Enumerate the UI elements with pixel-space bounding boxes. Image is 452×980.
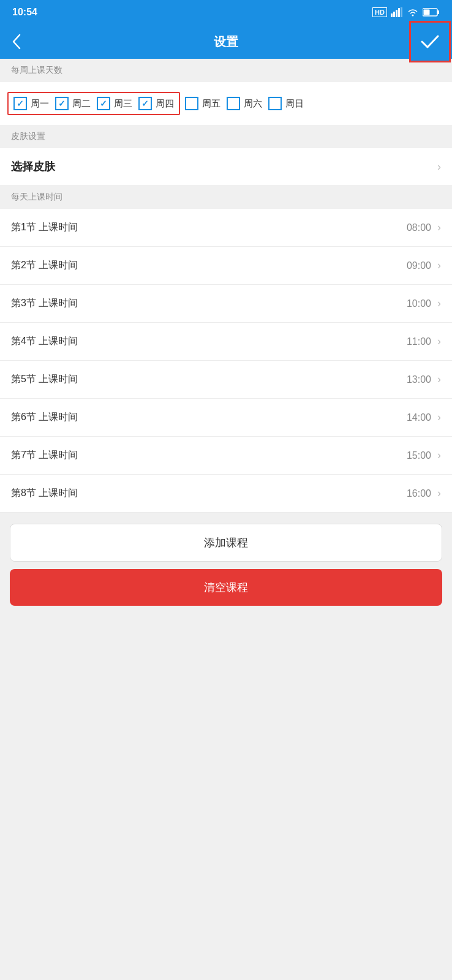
skin-section-header: 皮肤设置 bbox=[0, 125, 452, 148]
time-right-6: 14:00 › bbox=[407, 411, 441, 424]
selected-days-group: 周一 周二 周三 周四 bbox=[7, 92, 180, 115]
status-time: 10:54 bbox=[12, 7, 37, 18]
time-value-7: 15:00 bbox=[407, 450, 431, 461]
label-sunday: 周日 bbox=[285, 98, 304, 110]
status-bar: 10:54 HD bbox=[0, 0, 452, 24]
confirm-button[interactable] bbox=[409, 21, 451, 62]
time-label-2: 第2节 上课时间 bbox=[11, 259, 78, 272]
chevron-icon-6: › bbox=[437, 411, 441, 424]
svg-rect-1 bbox=[393, 12, 395, 17]
week-section-header: 每周上课天数 bbox=[0, 59, 452, 82]
checkbox-sunday[interactable] bbox=[268, 97, 282, 110]
time-right-4: 11:00 › bbox=[407, 335, 441, 348]
label-monday: 周一 bbox=[31, 98, 49, 110]
checkbox-friday[interactable] bbox=[185, 97, 198, 110]
time-value-6: 14:00 bbox=[407, 412, 431, 423]
time-label-3: 第3节 上课时间 bbox=[11, 297, 78, 310]
time-section-header: 每天上课时间 bbox=[0, 186, 452, 209]
time-label-7: 第7节 上课时间 bbox=[11, 449, 78, 462]
skin-chevron-icon: › bbox=[437, 160, 441, 173]
time-item-5[interactable]: 第5节 上课时间 13:00 › bbox=[0, 361, 452, 399]
svg-rect-0 bbox=[391, 13, 393, 17]
time-item-6[interactable]: 第6节 上课时间 14:00 › bbox=[0, 399, 452, 437]
back-button[interactable] bbox=[0, 24, 34, 59]
chevron-icon-2: › bbox=[437, 259, 441, 272]
time-label-5: 第5节 上课时间 bbox=[11, 373, 78, 386]
time-right-3: 10:00 › bbox=[407, 297, 441, 310]
checkbox-monday[interactable] bbox=[13, 97, 27, 110]
label-saturday: 周六 bbox=[244, 98, 262, 110]
chevron-icon-3: › bbox=[437, 297, 441, 310]
time-right-5: 13:00 › bbox=[407, 373, 441, 386]
time-label-6: 第6节 上课时间 bbox=[11, 411, 78, 424]
status-icons: HD bbox=[372, 7, 440, 17]
skin-label: 选择皮肤 bbox=[11, 159, 55, 174]
svg-rect-7 bbox=[437, 10, 439, 14]
checkbox-wednesday[interactable] bbox=[97, 97, 110, 110]
signal-icon bbox=[391, 7, 403, 17]
time-right-8: 16:00 › bbox=[407, 487, 441, 500]
label-wednesday: 周三 bbox=[114, 98, 132, 110]
time-value-1: 08:00 bbox=[407, 222, 431, 233]
chevron-icon-4: › bbox=[437, 335, 441, 348]
svg-rect-4 bbox=[401, 7, 402, 17]
chevron-icon-8: › bbox=[437, 487, 441, 500]
weekday-section: 周一 周二 周三 周四 周五 周六 周日 bbox=[0, 82, 452, 125]
time-value-3: 10:00 bbox=[407, 298, 431, 309]
label-thursday: 周四 bbox=[156, 98, 174, 110]
hd-icon: HD bbox=[372, 7, 387, 17]
chevron-icon-5: › bbox=[437, 373, 441, 386]
time-right-7: 15:00 › bbox=[407, 449, 441, 462]
time-value-5: 13:00 bbox=[407, 374, 431, 385]
time-label-1: 第1节 上课时间 bbox=[11, 221, 78, 234]
time-value-8: 16:00 bbox=[407, 488, 431, 499]
checkbox-saturday[interactable] bbox=[227, 97, 240, 110]
unselected-days-group: 周五 周六 周日 bbox=[185, 97, 304, 110]
wifi-icon bbox=[407, 7, 419, 17]
time-item-8[interactable]: 第8节 上课时间 16:00 › bbox=[0, 475, 452, 513]
svg-point-5 bbox=[412, 15, 414, 17]
add-course-button[interactable]: 添加课程 bbox=[10, 524, 442, 562]
clear-course-button[interactable]: 清空课程 bbox=[10, 569, 442, 606]
checkbox-tuesday[interactable] bbox=[55, 97, 69, 110]
time-item-3[interactable]: 第3节 上课时间 10:00 › bbox=[0, 285, 452, 323]
time-right-1: 08:00 › bbox=[407, 221, 441, 234]
skin-item-right: › bbox=[437, 160, 441, 173]
time-value-4: 11:00 bbox=[407, 336, 431, 347]
chevron-icon-1: › bbox=[437, 221, 441, 234]
time-label-4: 第4节 上课时间 bbox=[11, 335, 78, 348]
time-label-8: 第8节 上课时间 bbox=[11, 487, 78, 500]
label-friday: 周五 bbox=[202, 98, 220, 110]
time-item-2[interactable]: 第2节 上课时间 09:00 › bbox=[0, 247, 452, 285]
skin-select-item[interactable]: 选择皮肤 › bbox=[0, 148, 452, 186]
weekday-row: 周一 周二 周三 周四 周五 周六 周日 bbox=[7, 92, 445, 115]
time-value-2: 09:00 bbox=[407, 260, 431, 271]
time-item-7[interactable]: 第7节 上课时间 15:00 › bbox=[0, 437, 452, 475]
svg-rect-3 bbox=[398, 8, 400, 17]
checkbox-thursday[interactable] bbox=[138, 97, 152, 110]
time-items-list: 第1节 上课时间 08:00 › 第2节 上课时间 09:00 › 第3节 上课… bbox=[0, 209, 452, 513]
page-title: 设置 bbox=[214, 34, 238, 50]
time-item-4[interactable]: 第4节 上课时间 11:00 › bbox=[0, 323, 452, 361]
chevron-icon-7: › bbox=[437, 449, 441, 462]
label-tuesday: 周二 bbox=[72, 98, 91, 110]
title-bar: 设置 bbox=[0, 24, 452, 59]
battery-icon bbox=[423, 7, 440, 17]
time-item-1[interactable]: 第1节 上课时间 08:00 › bbox=[0, 209, 452, 247]
svg-rect-8 bbox=[424, 10, 430, 15]
time-right-2: 09:00 › bbox=[407, 259, 441, 272]
svg-rect-2 bbox=[396, 10, 397, 17]
